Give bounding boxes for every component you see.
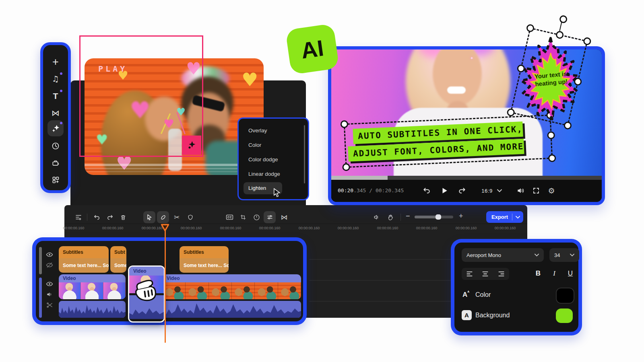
protect-tool-icon[interactable] <box>184 211 196 223</box>
play-button[interactable] <box>438 185 450 197</box>
cut-disabled-icon[interactable] <box>45 300 54 309</box>
audio-waveform[interactable] <box>163 301 301 318</box>
playback-progress-bar[interactable] <box>331 176 602 180</box>
video-clip[interactable]: Video <box>163 274 301 299</box>
add-track-icon[interactable] <box>72 211 85 223</box>
ruler-tick: 00:00:00.160 <box>495 226 516 230</box>
add-icon[interactable]: + <box>43 54 68 70</box>
font-size-select[interactable]: 34 <box>549 248 579 262</box>
underline-button[interactable]: U <box>565 268 576 279</box>
current-time: 00:20 <box>338 187 353 193</box>
transitions-icon[interactable]: ⋈ <box>43 105 68 121</box>
stickers-icon[interactable] <box>43 172 68 188</box>
attach-tool-icon[interactable] <box>157 211 169 223</box>
text-color-swatch[interactable] <box>556 288 574 304</box>
volume-icon[interactable] <box>514 185 526 197</box>
align-right-icon[interactable] <box>498 271 505 277</box>
video-thumbnail <box>59 282 81 299</box>
adjustments-icon[interactable] <box>264 211 276 223</box>
subtitle-clip-title: Subtitles <box>180 246 229 258</box>
transition-icon[interactable]: ⋈ <box>278 211 290 223</box>
time-display: 00:20.345 / 00:20.345 <box>338 187 404 193</box>
color-label: Color <box>475 291 491 298</box>
zoom-slider-fill <box>415 216 438 218</box>
bold-button[interactable]: B <box>533 268 544 279</box>
effect-badge[interactable] <box>182 136 201 155</box>
time-divider: / <box>369 187 372 193</box>
menu-scrollbar[interactable] <box>304 125 305 183</box>
app-screenshot: + ♫ T ⋈ ♥ ♥ ♥ ♥ <box>0 0 644 362</box>
font-color-icon: A▲ <box>462 291 467 299</box>
background-color-icon: A <box>462 310 472 320</box>
menu-item-color-dodge[interactable]: Color dodge <box>248 156 278 162</box>
ruler-tick: 00:00:00.160 <box>416 226 438 230</box>
ai-badge-label: AI <box>299 35 326 64</box>
playhead-line[interactable] <box>165 225 166 343</box>
redo-icon[interactable] <box>456 185 468 197</box>
audio-waveform[interactable] <box>59 301 126 318</box>
visibility-off-icon[interactable] <box>45 261 54 269</box>
video-clip-thumbnails <box>163 282 301 299</box>
ruler-tick: 00:00:00.160 <box>220 226 242 230</box>
font-size-value: 34 <box>554 252 560 258</box>
background-color-swatch[interactable] <box>556 309 573 323</box>
fullscreen-icon[interactable] <box>530 185 542 197</box>
font-family-select[interactable]: Aeroport Mono <box>462 248 544 262</box>
visibility-icon[interactable] <box>45 250 54 259</box>
pan-hand-icon[interactable] <box>384 211 396 223</box>
menu-item-overlay[interactable]: Overlay <box>248 128 267 134</box>
subtitle-clip-title: Subt <box>110 246 126 258</box>
menu-item-color[interactable]: Color <box>248 142 261 148</box>
visibility-icon[interactable] <box>45 280 54 288</box>
video-clip-label: Video <box>59 274 126 282</box>
playback-progress-fill <box>331 176 388 180</box>
subtitle-clip[interactable]: Subtitles Some text here... Sor <box>59 246 109 273</box>
ruler-tick: 00:00:00.160 <box>181 226 202 230</box>
rotation-handle[interactable] <box>559 14 568 24</box>
playhead-marker[interactable] <box>161 224 169 232</box>
timeline-scrollbar[interactable] <box>39 247 42 274</box>
duration-icon[interactable] <box>43 138 68 154</box>
zoom-slider[interactable] <box>415 216 453 218</box>
crop-icon[interactable] <box>237 211 249 223</box>
settings-gear-icon[interactable]: ⚙ <box>545 185 557 197</box>
video-clip[interactable]: Video <box>59 274 126 299</box>
video-thumbnail <box>255 282 278 299</box>
subtitle-clip[interactable]: Subtitles Some text here... So <box>180 246 229 273</box>
music-icon[interactable]: ♫ <box>43 71 68 87</box>
cut-tool-icon[interactable]: ✂ <box>171 211 183 223</box>
flame-sticker[interactable]: Your text is heating up! <box>518 36 583 121</box>
ai-effects-icon[interactable] <box>43 120 68 136</box>
redo-icon[interactable] <box>104 211 116 223</box>
left-tool-rail-inner: + ♫ T ⋈ <box>43 45 68 190</box>
stock-icon[interactable] <box>43 155 68 171</box>
chevron-down-icon[interactable] <box>495 185 504 197</box>
zoom-in-icon[interactable]: + <box>459 212 463 220</box>
text-tool-icon[interactable]: T <box>43 88 68 104</box>
menu-item-linear-dodge[interactable]: Linear dodge <box>248 171 280 177</box>
delete-icon[interactable] <box>117 211 129 223</box>
video-thumbnail <box>163 282 186 299</box>
subtitle-selection-frame[interactable]: AUTO SUBTITLES IN ONE CLICK, ADJUST FONT… <box>344 115 553 168</box>
align-left-icon[interactable] <box>466 271 473 277</box>
captions-icon[interactable] <box>223 211 235 223</box>
blend-mode-menu: Overlay Color Color dodge Linear dodge L… <box>237 117 309 200</box>
video-thumbnail <box>209 282 232 299</box>
background-label: Background <box>475 312 510 319</box>
speed-icon[interactable] <box>250 211 262 223</box>
pointer-tool-icon[interactable] <box>143 211 155 223</box>
zoom-out-icon[interactable]: − <box>406 212 410 220</box>
align-center-icon[interactable] <box>482 271 489 277</box>
menu-item-lighten[interactable]: Lighten <box>248 185 266 191</box>
subtitle-clip[interactable]: Subt Some <box>110 246 126 273</box>
undo-icon[interactable] <box>421 185 433 197</box>
export-button[interactable]: Export <box>486 211 523 223</box>
italic-button[interactable]: I <box>549 268 560 279</box>
grab-hand-cursor-icon <box>130 275 161 305</box>
zoom-slider-knob[interactable] <box>436 214 441 220</box>
export-chevron-icon[interactable] <box>516 216 520 219</box>
aspect-ratio-value[interactable]: 16:9 <box>479 185 495 197</box>
audio-levels-icon[interactable] <box>370 211 382 223</box>
volume-icon[interactable] <box>45 290 54 298</box>
undo-icon[interactable] <box>91 211 103 223</box>
